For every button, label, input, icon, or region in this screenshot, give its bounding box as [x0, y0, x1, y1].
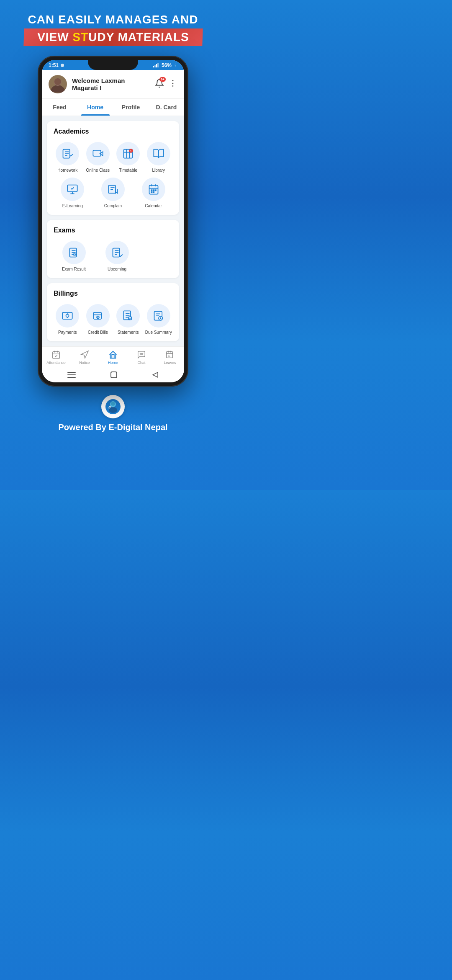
library-label: Library [152, 168, 165, 173]
svg-rect-2 [154, 65, 155, 67]
signal-icon [153, 63, 160, 67]
academics-elearning[interactable]: E-Learning [54, 178, 92, 208]
upcoming[interactable]: Upcoming [97, 241, 137, 271]
nav-leaves-label: Leaves [164, 361, 176, 365]
statements-label: Statements [118, 330, 139, 335]
svg-rect-4 [157, 63, 158, 67]
footer: dn Powered By E-Digital Nepal [58, 387, 167, 445]
academics-grid-row1: Homework Online Class [54, 142, 172, 173]
svg-rect-1 [153, 66, 154, 67]
more-options[interactable] [168, 79, 177, 90]
academics-homework[interactable]: Homework [54, 142, 82, 173]
square-icon [110, 371, 117, 378]
elearning-label: E-Learning [62, 204, 83, 208]
svg-marker-44 [153, 372, 158, 377]
svg-rect-3 [156, 64, 157, 67]
svg-point-49 [109, 407, 117, 413]
nav-attendance[interactable]: Attendance [42, 347, 70, 367]
svg-point-36 [140, 353, 141, 354]
svg-point-10 [172, 83, 174, 84]
status-bar: 1:51 56% [42, 60, 184, 70]
svg-rect-35 [53, 352, 60, 359]
academics-online-class[interactable]: Online Class [84, 142, 112, 173]
notification-bell[interactable]: 9+ [155, 79, 164, 90]
svg-point-9 [172, 80, 174, 81]
svg-rect-41 [67, 374, 76, 375]
svg-rect-40 [67, 372, 76, 373]
svg-point-6 [50, 85, 65, 93]
payments-label: Payments [58, 330, 77, 335]
phone-frame: 1:51 56% [38, 56, 188, 387]
nav-notice-label: Notice [79, 361, 90, 365]
nav-leaves[interactable]: Leaves [156, 347, 184, 367]
svg-rect-19 [151, 190, 152, 191]
exam-result[interactable]: Exam Result [54, 241, 94, 271]
svg-point-0 [61, 64, 64, 67]
online-class-label: Online Class [86, 168, 110, 173]
nav-home[interactable]: Home [99, 347, 127, 367]
svg-point-48 [111, 402, 115, 406]
avatar[interactable] [49, 75, 67, 93]
notch [88, 60, 138, 70]
svg-rect-23 [153, 192, 154, 193]
academics-card: Academics Homework [47, 121, 179, 215]
upcoming-label: Upcoming [108, 267, 126, 271]
wifi-icon [60, 63, 64, 67]
tab-home[interactable]: Home [77, 99, 113, 116]
welcome-message: Welcome Laxman Magarati ! [72, 77, 150, 91]
academics-title: Academics [54, 128, 172, 135]
header-icons: 9+ [155, 79, 177, 90]
billings-card: Billings Payments [47, 283, 179, 341]
hero-line2-start: VIEW [37, 31, 72, 44]
billing-statements[interactable]: Statements [114, 304, 142, 335]
tab-feed[interactable]: Feed [42, 99, 77, 116]
nav-chat-label: Chat [137, 361, 145, 365]
footer-logo: dn [101, 395, 125, 418]
academics-complain[interactable]: Complain [94, 178, 132, 208]
complain-label: Complain [104, 204, 122, 208]
notification-badge: 9+ [159, 77, 166, 82]
billing-payments[interactable]: Payments [54, 304, 82, 335]
svg-point-25 [73, 253, 76, 256]
svg-rect-13 [93, 150, 101, 156]
exams-grid: Exam Result Upcoming [54, 241, 137, 271]
svg-rect-22 [151, 192, 152, 193]
academics-library[interactable]: Library [145, 142, 173, 173]
nav-chat[interactable]: Chat [127, 347, 156, 367]
system-nav-bar [42, 367, 184, 382]
nav-home-label: Home [108, 361, 118, 365]
footer-text: Powered By E-Digital Nepal [58, 423, 167, 432]
hero-highlight: ST [72, 31, 88, 44]
battery-level: 56% [162, 62, 172, 68]
svg-rect-42 [67, 377, 76, 378]
svg-marker-5 [175, 63, 176, 67]
svg-rect-20 [153, 190, 154, 191]
status-time: 1:51 [49, 62, 59, 68]
svg-rect-21 [155, 190, 156, 191]
navigation-tabs: Feed Home Profile D. Card [42, 99, 184, 116]
credit-bills-label: Credit Bills [88, 330, 108, 335]
tab-profile[interactable]: Profile [113, 99, 149, 116]
svg-rect-43 [111, 372, 117, 378]
tab-dcard[interactable]: D. Card [149, 99, 184, 116]
hero-line1: CAN EASILY MANAGES AND [28, 13, 198, 27]
academics-calendar[interactable]: Calendar [134, 178, 172, 208]
app-header: Welcome Laxman Magarati ! 9+ [42, 70, 184, 99]
app-content: Academics Homework [42, 116, 184, 346]
hero-header: CAN EASILY MANAGES AND VIEW STUDY MATERI… [15, 0, 211, 56]
academics-timetable[interactable]: Timetable [114, 142, 142, 173]
billing-due-summary[interactable]: Due Summary [145, 304, 173, 335]
svg-rect-39 [167, 352, 173, 358]
billing-credit-bills[interactable]: Credit Bills [84, 304, 112, 335]
homework-label: Homework [57, 168, 77, 173]
svg-point-11 [172, 85, 174, 87]
nav-notice[interactable]: Notice [70, 347, 99, 367]
academics-grid-row2: E-Learning Complain [54, 178, 172, 208]
due-summary-label: Due Summary [145, 330, 172, 335]
hamburger-icon [67, 372, 76, 378]
billings-grid: Payments Credit Bills [54, 304, 172, 335]
svg-point-37 [141, 353, 142, 354]
timetable-label: Timetable [119, 168, 137, 173]
svg-point-28 [66, 315, 69, 317]
lightning-icon [173, 63, 177, 67]
